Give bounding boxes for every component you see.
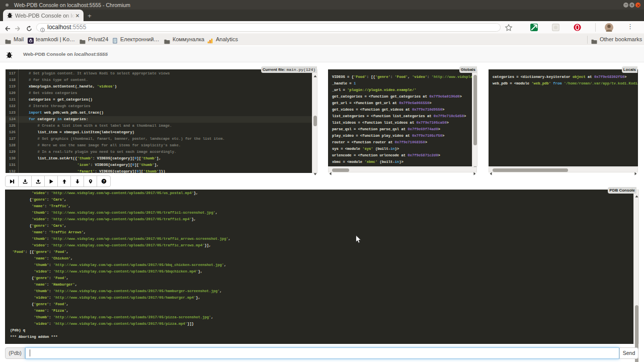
svg-text:?: ? xyxy=(103,179,105,184)
